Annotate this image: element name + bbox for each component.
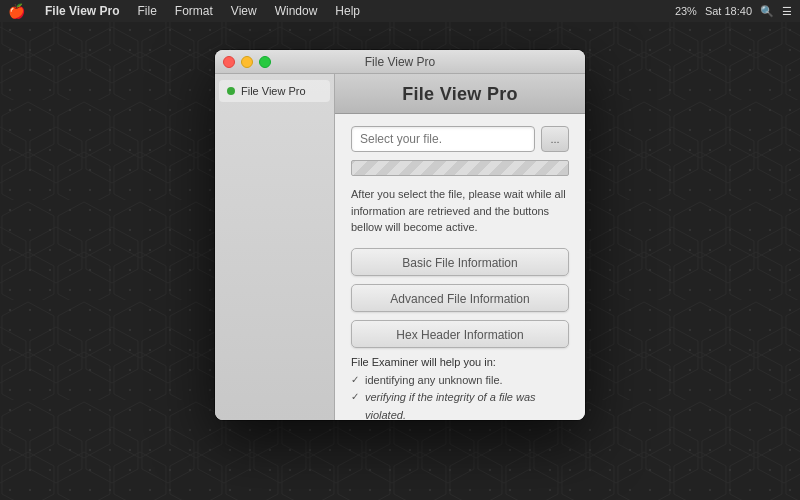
close-button[interactable] bbox=[223, 56, 235, 68]
help-section: File Examiner will help you in: identify… bbox=[351, 356, 569, 421]
menubar-file[interactable]: File bbox=[129, 0, 164, 22]
app-title: File View Pro bbox=[351, 84, 569, 105]
content-area[interactable]: ... After you select the file, please wa… bbox=[335, 114, 585, 420]
menubar-items: File View Pro File Format View Window He… bbox=[37, 0, 675, 22]
sidebar-item-fileviewpro[interactable]: File View Pro bbox=[219, 80, 330, 102]
advanced-file-info-button[interactable]: Advanced File Information bbox=[351, 284, 569, 312]
menubar-format[interactable]: Format bbox=[167, 0, 221, 22]
menubar-app-name[interactable]: File View Pro bbox=[37, 0, 127, 22]
app-header: File View Pro bbox=[335, 74, 585, 114]
window-titlebar: File View Pro bbox=[215, 50, 585, 74]
help-item-1: identifying any unknown file. bbox=[351, 372, 569, 390]
window-body: File View Pro File View Pro ... After yo… bbox=[215, 74, 585, 420]
menubar-help[interactable]: Help bbox=[327, 0, 368, 22]
window-controls bbox=[223, 56, 271, 68]
menubar: 🍎 File View Pro File Format View Window … bbox=[0, 0, 800, 22]
minimize-button[interactable] bbox=[241, 56, 253, 68]
apple-menu[interactable]: 🍎 bbox=[8, 3, 25, 19]
menu-icon[interactable]: ☰ bbox=[782, 5, 792, 18]
clock: Sat 18:40 bbox=[705, 5, 752, 17]
sidebar-dot-icon bbox=[227, 87, 235, 95]
file-input-row: ... bbox=[351, 126, 569, 152]
browse-button[interactable]: ... bbox=[541, 126, 569, 152]
basic-file-info-button[interactable]: Basic File Information bbox=[351, 248, 569, 276]
battery-status: 23% bbox=[675, 5, 697, 17]
progress-stripe-bar bbox=[351, 160, 569, 176]
help-title: File Examiner will help you in: bbox=[351, 356, 569, 368]
main-content: File View Pro ... After you select the f… bbox=[335, 74, 585, 420]
help-item-2-text: verifying if the integrity of a file was… bbox=[365, 391, 536, 420]
hex-header-info-button[interactable]: Hex Header Information bbox=[351, 320, 569, 348]
main-window: File View Pro File View Pro File View Pr… bbox=[215, 50, 585, 420]
description-text: After you select the file, please wait w… bbox=[351, 186, 569, 236]
help-item-2: verifying if the integrity of a file was… bbox=[351, 389, 569, 420]
search-icon[interactable]: 🔍 bbox=[760, 5, 774, 18]
file-input[interactable] bbox=[351, 126, 535, 152]
menubar-view[interactable]: View bbox=[223, 0, 265, 22]
help-list: identifying any unknown file. verifying … bbox=[351, 372, 569, 421]
menubar-right: 23% Sat 18:40 🔍 ☰ bbox=[675, 5, 792, 18]
maximize-button[interactable] bbox=[259, 56, 271, 68]
sidebar-item-label: File View Pro bbox=[241, 85, 306, 97]
window-title: File View Pro bbox=[365, 55, 435, 69]
menubar-window[interactable]: Window bbox=[267, 0, 326, 22]
sidebar: File View Pro bbox=[215, 74, 335, 420]
